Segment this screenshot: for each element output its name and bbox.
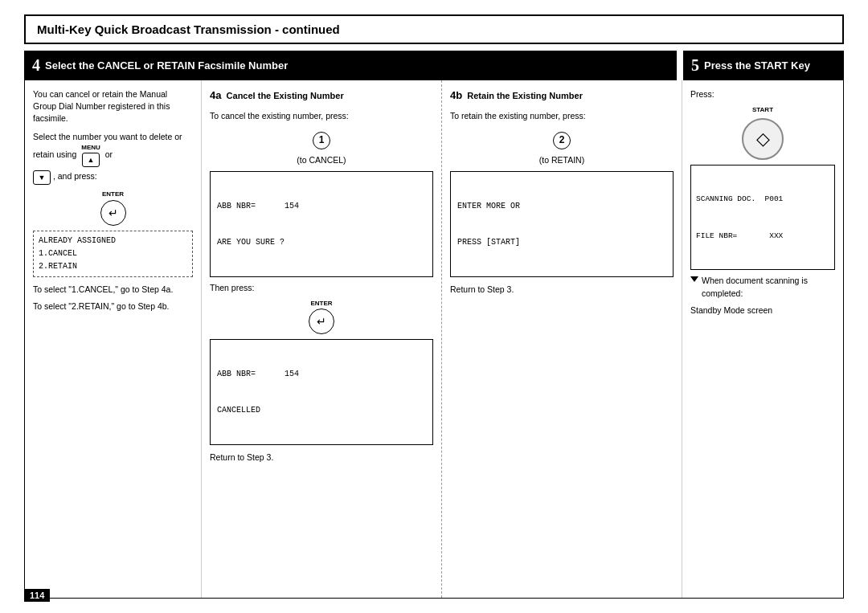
4b-lcd-line1: ENTER MORE OR [457, 200, 666, 212]
or-text: or [105, 149, 113, 159]
col-left: You can cancel or retain the Manual Grou… [25, 80, 202, 598]
4b-caption2: (to RETAIN) [450, 154, 674, 166]
when-complete-block: When document scanning is completed: [690, 275, 835, 299]
4a-then-press: Then press: [210, 282, 433, 294]
start-label: START [690, 105, 835, 115]
4a-lcd1: ABB NBR= 154 ARE YOU SURE ? [210, 171, 433, 277]
4b-lcd-line2: PRESS [START] [457, 236, 666, 248]
lcd-line-3: 2.RETAIN [39, 260, 187, 273]
enter-button-block: ENTER ↵ [33, 190, 193, 226]
step5-number: 5 [691, 56, 699, 75]
4a-lcd1-line2: ARE YOU SURE ? [217, 236, 426, 248]
4a-step1: To cancel the existing number, press: [210, 110, 433, 122]
circle-2: 2 [553, 132, 571, 149]
4b-letter: 4b [450, 89, 462, 101]
4a-enter-label: ENTER [210, 299, 433, 309]
right-press-label: Press: [690, 88, 835, 100]
page-number: 114 [24, 589, 50, 602]
step-headers: 4 Select the CANCEL or RETAIN Facsimile … [24, 51, 844, 80]
4b-step1: To retain the existing number, press: [450, 110, 674, 122]
col-right: Press: START ◇ SCANNING DOC. P001 FILE N… [682, 80, 843, 598]
standby-mode-text: Standby Mode screen [690, 304, 835, 317]
already-assigned-lcd: ALREADY ASSIGNED 1.CANCEL 2.RETAIN [33, 231, 193, 277]
4a-enter-button[interactable]: ↵ [309, 309, 334, 334]
4a-circle-block: 1 (to CANCEL) [210, 127, 433, 166]
4a-lcd2: ABB NBR= 154 CANCELLED [210, 339, 433, 445]
left-para4: To select "1.CANCEL," go to Step 4a. [33, 284, 193, 296]
col-4a: 4a Cancel the Existing Number To cancel … [202, 80, 442, 598]
down-arrow-button[interactable]: ▼ [33, 170, 51, 185]
page-title: Multi-Key Quick Broadcast Transmission -… [24, 14, 844, 44]
4a-letter: 4a [210, 89, 221, 101]
scanning-line1: SCANNING DOC. P001 [696, 193, 829, 205]
4b-heading: Retain the Existing Number [467, 91, 583, 100]
start-key-block: START ◇ [690, 105, 835, 160]
menu-label: MENU [81, 143, 100, 153]
up-arrow-button[interactable]: ▲ [82, 153, 100, 167]
4a-lcd1-line1: ABB NBR= 154 [217, 200, 426, 212]
step4-header: 4 Select the CANCEL or RETAIN Facsimile … [24, 51, 677, 80]
4a-return: Return to Step 3. [210, 452, 433, 464]
col-middle: 4a Cancel the Existing Number To cancel … [202, 80, 682, 598]
lcd-line-1: ALREADY ASSIGNED [39, 235, 187, 247]
enter-button[interactable]: ↵ [100, 200, 126, 226]
left-para3: ▼ , and press: [33, 170, 193, 185]
step4-label: Select the CANCEL or RETAIN Facsimile Nu… [45, 59, 288, 72]
left-para2: Select the number you want to delete or … [33, 131, 193, 168]
col-4b: 4b Retain the Existing Number To retain … [442, 80, 682, 598]
step4-number: 4 [32, 56, 40, 75]
4b-header: 4b Retain the Existing Number [450, 88, 674, 104]
4a-heading: Cancel the Existing Number [227, 91, 344, 100]
4b-circle-block: 2 (to RETAIN) [450, 127, 674, 166]
main-content: You can cancel or retain the Manual Grou… [24, 80, 844, 599]
when-complete-text: When document scanning is completed: [702, 275, 835, 299]
scanning-line2: FILE NBR= XXX [696, 230, 829, 242]
4a-header: 4a Cancel the Existing Number [210, 88, 433, 104]
4a-lcd2-line1: ABB NBR= 154 [217, 368, 426, 380]
4b-return: Return to Step 3. [450, 284, 674, 296]
enter-label: ENTER [33, 190, 193, 199]
start-key-button[interactable]: ◇ [742, 118, 784, 160]
left-para1: You can cancel or retain the Manual Grou… [33, 88, 193, 125]
left-para5: To select "2.RETAIN," go to Step 4b. [33, 300, 193, 313]
step5-header: 5 Press the START Key [683, 51, 844, 80]
start-icon: ◇ [756, 126, 770, 152]
4a-lcd2-line2: CANCELLED [217, 404, 426, 416]
step5-label: Press the START Key [704, 59, 810, 72]
menu-button-group: MENU ▲ [81, 143, 100, 168]
4a-caption1: (to CANCEL) [210, 154, 433, 166]
4a-enter-block: ENTER ↵ [210, 299, 433, 335]
lcd-line-2: 1.CANCEL [39, 247, 187, 260]
scanning-lcd: SCANNING DOC. P001 FILE NBR= XXX [690, 165, 835, 271]
circle-1: 1 [313, 132, 330, 149]
4b-lcd: ENTER MORE OR PRESS [START] [450, 171, 674, 277]
arrow-down-icon [690, 276, 698, 282]
